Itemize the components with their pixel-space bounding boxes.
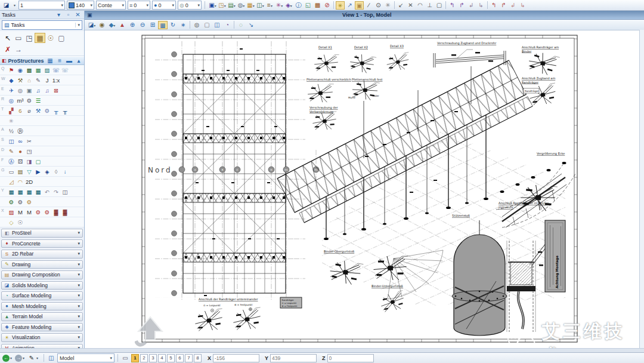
vertical-scrollbar[interactable] [639,30,644,348]
tasks-dropdown[interactable]: ▤ Tasks ▾ [2,20,82,30]
gears-tool-icon[interactable]: ⚙ [25,97,33,104]
zoom-out-icon[interactable]: ⊖ [138,21,147,29]
section-solids-modeling[interactable]: ◪Solids Modeling▾ [1,281,83,290]
macro-2-icon[interactable]: M [25,208,33,216]
transparency-caret[interactable]: ▾ [172,3,174,8]
chevron-down-icon[interactable]: ▾ [78,251,80,256]
print-icon[interactable]: ◍▾ [237,1,246,10]
view-toggle-2[interactable]: 2 [140,354,148,362]
chevron-down-icon[interactable]: ▾ [78,272,80,277]
tasks-dropdown-caret[interactable]: ▾ [75,23,80,27]
machine-config-1-icon[interactable]: ⚙ [7,198,16,206]
connection-icon[interactable]: ☏ [52,66,60,74]
close-icon[interactable]: ✕ [73,11,82,19]
chevron-down-icon[interactable]: ▾ [78,304,80,309]
weld-point-icon[interactable]: ✳ [7,117,16,125]
line-weight-combo[interactable]: ≡ 0 ▾ [128,1,150,10]
section-drawing-composition[interactable]: ▤Drawing Composition▾ [1,270,83,279]
catalog-1-icon[interactable]: ▓ [52,208,60,216]
numbering-tool-icon[interactable]: 6 [16,107,24,115]
section-terrain-model[interactable]: ▲Terrain Model▾ [1,312,83,321]
tangent-snap-icon[interactable]: ◠ [416,1,425,10]
dropdown-caret[interactable]: ▾ [215,4,216,8]
detail-style-1-icon[interactable]: ▦ [7,188,16,196]
duplicate-icon[interactable]: ↳ [476,1,485,10]
active-pen-table-icon[interactable]: ◪ [2,1,11,10]
user-settings-icon[interactable]: ☉ [16,219,24,226]
joint-tool-icon[interactable]: J [43,76,51,84]
tasks-menu-caret[interactable]: ▾ [54,11,63,19]
clip-volume-icon[interactable]: ↘ [246,21,256,29]
measure-arc-icon[interactable]: ◠ [16,178,24,186]
detail-style-3-icon[interactable]: ▦ [25,188,33,196]
anchor-tool-icon[interactable]: ⚙ [43,107,51,115]
cut-icon[interactable]: ↲ [467,1,476,10]
zoom-in-icon[interactable]: ⊕ [128,21,137,29]
pin-icon[interactable]: ▫ [64,11,73,19]
cut-solid-icon[interactable]: ✂ [25,137,33,145]
remove-box-icon[interactable]: ⊠ [52,87,60,94]
priority-caret[interactable]: ▾ [197,3,200,8]
point-tool-icon[interactable]: ● [16,147,24,155]
forward-caret[interactable]: ▾ [23,356,27,360]
pen-pointer-icon[interactable]: ✎ [27,354,36,362]
update-view-icon[interactable]: ▲ [117,21,127,29]
chevron-down-icon[interactable]: ▾ [78,314,80,319]
chevron-down-icon[interactable]: ▾ [78,335,80,340]
view-toggle-3[interactable]: 3 [149,354,157,362]
dropdown-caret[interactable]: ▾ [224,4,226,8]
rotate-view-icon[interactable]: ↻ [168,21,178,29]
window-area-icon[interactable]: ⊞ [148,21,157,29]
cube-stack-icon[interactable]: ◈ [43,168,51,176]
y-coordinate-input[interactable] [270,354,317,362]
section-mesh-modeling[interactable]: ●Mesh Modeling▾ [1,302,83,311]
snap-mode-icon[interactable]: ▣ [355,1,364,10]
layers-tool-icon[interactable]: ☰ [34,97,42,104]
view-title-bar[interactable]: ▣ View 1 - Top, Model [85,11,644,20]
shape-tool-icon[interactable]: ◆ [7,76,16,84]
detail-style-4-icon[interactable]: ▦ [34,188,42,196]
section-2d-rebar[interactable]: S2D Rebar▾ [1,250,83,259]
icon-view-list[interactable]: ≡ [55,57,64,65]
restore-icon[interactable]: ↳ [518,1,527,10]
target-tool-icon[interactable]: ◎ [7,97,16,104]
dropdown-caret[interactable]: ▾ [281,4,283,8]
scale-tool-icon[interactable]: 1:x [52,76,60,84]
references-icon[interactable]: ◫▾ [256,1,265,10]
map-view-icon[interactable]: ▦ [34,66,42,74]
fence-icon[interactable]: ▭ [13,33,24,44]
keypoint-snap-icon[interactable]: ✳ [383,1,392,10]
plate-tool-icon[interactable]: ✈ [7,87,16,94]
annotate-tool-icon[interactable]: Ⓐ [7,158,16,165]
group-tool-icon[interactable]: ◳ [25,147,33,155]
view-toggle-6[interactable]: 6 [176,354,184,362]
delete-element-icon[interactable]: ⊘ [323,1,332,10]
monitor-icon[interactable]: ▭ [7,168,16,176]
view-display-mode-icon[interactable]: ◉ [97,21,107,29]
dice-numbering-icon[interactable]: ⚄ [16,158,24,165]
chevron-down-icon[interactable]: ▾ [78,230,80,235]
chevron-down-icon[interactable]: ▾ [78,325,80,330]
revision-icon[interactable]: Ⓡ [16,127,24,135]
pipe-fitting-alt-icon[interactable]: ╥ [61,107,69,115]
pipe-fitting-icon[interactable]: ╥ [52,107,60,115]
design-history-icon[interactable]: ▣▾ [208,1,217,10]
dropdown-caret[interactable]: ▾ [113,24,115,27]
2d-mode-icon[interactable]: 2D [25,178,33,186]
dropdown-caret[interactable]: ▾ [243,4,244,8]
section-surface-modeling[interactable]: ◔Surface Modeling▾ [1,291,83,300]
tool-boxes-icon[interactable]: ✳▾ [275,1,284,10]
priority-combo[interactable]: ◍ 0 ▾ [178,1,202,10]
fence-stretch-icon[interactable]: → [13,45,24,55]
tasks-panel-header[interactable]: Tasks ▾▫✕ [0,11,84,19]
back-icon[interactable]: ← [2,355,10,362]
view-window-icon[interactable]: ▣ [87,12,92,18]
midpoint-snap-icon[interactable]: ↙ [397,1,405,10]
perpendicular-snap-icon[interactable]: ⊥ [425,1,434,10]
intersection-snap-icon[interactable]: ✕ [406,1,415,10]
notes-icon[interactable]: ♫ [34,87,42,94]
connection-alt-icon[interactable]: ☏ [61,66,69,74]
catalog-2-icon[interactable]: ▓ [61,208,69,216]
chevron-down-icon[interactable]: ▾ [78,241,80,246]
brace-tool-icon[interactable]: ▞ [7,107,16,115]
